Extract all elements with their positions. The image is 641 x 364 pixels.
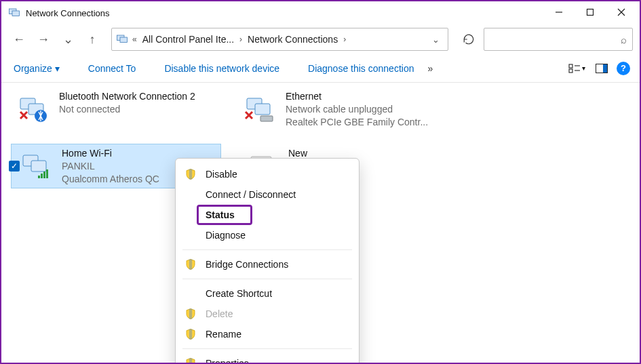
svg-rect-22 — [43, 171, 45, 178]
breadcrumb-chevron-2[interactable]: › — [342, 35, 347, 44]
shield-icon — [184, 167, 197, 181]
connection-network: PANKIL — [62, 160, 159, 173]
ctx-separator — [182, 279, 352, 279]
ctx-label: Diagnose — [206, 230, 246, 241]
wifi-connection-icon — [16, 147, 55, 185]
shield-icon — [184, 327, 197, 341]
search-box[interactable]: ⌕ — [484, 28, 633, 51]
connection-text: Home Wi-Fi PANKIL Qualcomm Atheros QC — [62, 147, 159, 185]
up-button[interactable]: ↑ — [81, 28, 103, 50]
connection-name: Ethernet — [286, 90, 428, 103]
svg-rect-23 — [46, 169, 48, 178]
minimize-button[interactable] — [543, 1, 575, 23]
svg-rect-8 — [569, 64, 572, 68]
command-bar: Organize ▾ Connect To Disable this netwo… — [1, 54, 640, 83]
ctx-rename[interactable]: Rename — [176, 324, 359, 344]
breadcrumb-chevron-1[interactable]: › — [238, 35, 244, 44]
svg-rect-1 — [12, 11, 20, 16]
diagnose-connection-button[interactable]: Diagnose this connection — [303, 59, 419, 78]
svg-rect-7 — [120, 37, 128, 43]
shield-icon — [184, 258, 197, 271]
back-button[interactable]: ← — [8, 28, 30, 50]
ctx-label: Properties — [206, 358, 249, 364]
svg-rect-16 — [255, 104, 270, 115]
ctx-label: Delete — [206, 308, 233, 319]
connect-to-button[interactable]: Connect To — [83, 59, 142, 78]
window-controls — [543, 1, 637, 24]
connection-status: Network cable unplugged — [286, 103, 428, 116]
breadcrumb-seg-2[interactable]: Network Connections — [246, 34, 339, 45]
ctx-separator — [182, 249, 352, 250]
ctx-disable[interactable]: Disable — [176, 164, 359, 184]
svg-rect-21 — [41, 174, 43, 178]
address-bar[interactable]: « All Control Panel Ite... › Network Con… — [111, 28, 448, 51]
ctx-label: Create Shortcut — [206, 288, 272, 299]
bluetooth-connection-icon — [13, 90, 52, 128]
breadcrumb-prefix: « — [131, 35, 138, 44]
view-options-button[interactable]: ▾ — [564, 61, 589, 76]
shield-icon — [184, 357, 197, 364]
search-icon: ⌕ — [621, 34, 627, 45]
breadcrumb-seg-1[interactable]: All Control Panel Ite... — [141, 34, 235, 45]
ctx-create-shortcut[interactable]: Create Shortcut — [176, 283, 359, 304]
refresh-button[interactable] — [457, 28, 481, 51]
connection-name: Bluetooth Network Connection 2 — [59, 90, 195, 103]
svg-rect-3 — [587, 9, 594, 16]
connection-name: Home Wi-Fi — [62, 147, 159, 160]
chevron-down-icon: ▾ — [582, 64, 585, 72]
connection-item-bluetooth[interactable]: Bluetooth Network Connection 2 Not conne… — [8, 87, 218, 132]
close-button[interactable] — [606, 1, 637, 23]
connection-device: Realtek PCIe GBE Family Contr... — [286, 116, 428, 128]
svg-rect-9 — [569, 69, 572, 73]
connection-status: Not connected — [59, 103, 195, 116]
connection-item-ethernet[interactable]: Ethernet Network cable unplugged Realtek… — [235, 87, 445, 132]
maximize-button[interactable] — [575, 1, 606, 23]
ethernet-connection-icon — [239, 90, 279, 128]
recent-locations-button[interactable]: ⌄ — [57, 28, 79, 50]
ctx-delete: Delete — [176, 304, 359, 324]
ctx-status[interactable]: Status — [176, 205, 359, 225]
more-commands-button[interactable]: » — [422, 59, 438, 78]
context-menu: Disable Connect / Disconnect Status Diag… — [175, 158, 360, 364]
nav-bar: ← → ⌄ ↑ « All Control Panel Ite... › Net… — [1, 24, 640, 54]
window-title: Network Connections — [26, 8, 110, 18]
ctx-label: Connect / Disconnect — [206, 189, 296, 200]
disable-device-button[interactable]: Disable this network device — [159, 59, 285, 78]
ctx-bridge[interactable]: Bridge Connections — [176, 254, 359, 275]
preview-pane-button[interactable] — [592, 59, 611, 78]
ctx-label: Bridge Connections — [206, 259, 288, 270]
ctx-label: Disable — [206, 169, 237, 180]
ctx-label: Status — [206, 209, 235, 220]
svg-rect-20 — [38, 176, 40, 178]
ctx-label: Rename — [206, 329, 241, 340]
ctx-diagnose[interactable]: Diagnose — [176, 225, 359, 245]
organize-menu[interactable]: Organize ▾ — [8, 59, 65, 78]
forward-button[interactable]: → — [33, 28, 54, 50]
connection-device: Qualcomm Atheros QC — [62, 173, 159, 185]
app-icon — [8, 7, 20, 19]
chevron-down-icon: ▾ — [55, 63, 60, 74]
ctx-properties[interactable]: Properties — [176, 353, 359, 364]
ctx-separator — [182, 348, 352, 349]
address-history-dropdown[interactable]: ⌄ — [428, 35, 444, 45]
shield-icon — [184, 307, 197, 321]
title-bar: Network Connections — [1, 1, 640, 24]
organize-label: Organize — [14, 63, 52, 74]
ctx-connect-disconnect[interactable]: Connect / Disconnect — [176, 184, 359, 205]
connection-text: Ethernet Network cable unplugged Realtek… — [286, 90, 428, 128]
svg-rect-17 — [260, 116, 273, 121]
connection-text: Bluetooth Network Connection 2 Not conne… — [59, 90, 195, 128]
help-button[interactable]: ? — [614, 59, 633, 78]
svg-rect-19 — [31, 161, 46, 171]
address-icon — [116, 33, 128, 45]
